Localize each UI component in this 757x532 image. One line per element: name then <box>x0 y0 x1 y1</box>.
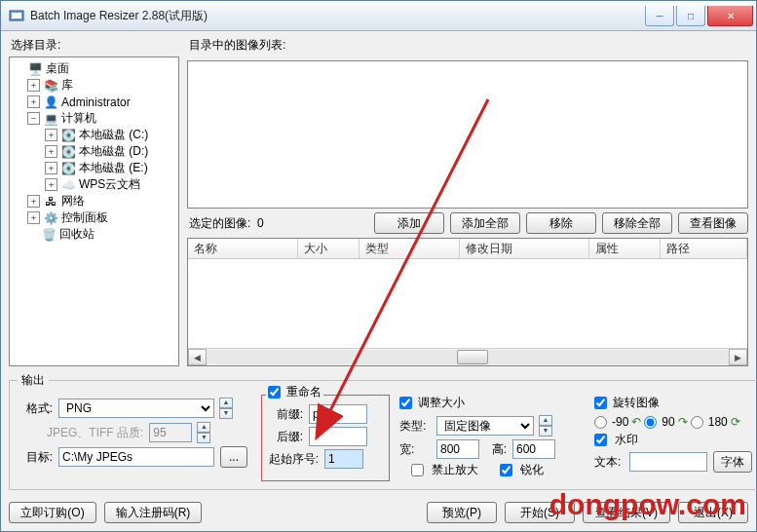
enter-regcode-button[interactable]: 输入注册码(R) <box>104 502 202 523</box>
prefix-input[interactable] <box>309 404 367 424</box>
image-list-label: 目录中的图像列表: <box>189 37 748 54</box>
tree-drive-e[interactable]: 本地磁盘 (E:) <box>79 160 148 176</box>
quality-label: JPEG、TIFF 品质: <box>47 425 143 441</box>
suffix-input[interactable] <box>309 427 367 446</box>
rotate-180-icon: ⟳ <box>731 415 740 429</box>
watermark-label: 水印 <box>615 432 638 448</box>
expand-icon[interactable]: + <box>27 79 40 92</box>
rotate-180-radio[interactable] <box>691 416 703 429</box>
watermark-checkbox[interactable] <box>594 434 607 446</box>
quality-spinner: ▲▼ <box>197 422 210 443</box>
noupscale-checkbox[interactable] <box>411 464 424 476</box>
select-directory-label: 选择目录: <box>11 37 179 54</box>
rename-group: 重命名 前缀: 后缀: 起始序号: <box>261 395 390 481</box>
sharpen-label: 锐化 <box>520 462 544 478</box>
expand-icon[interactable]: + <box>27 95 40 108</box>
prefix-label: 前缀: <box>268 406 303 423</box>
resize-group: 调整大小 类型: 固定图像 ▲▼ 宽: 高: <box>399 395 585 481</box>
tree-recycle[interactable]: 回收站 <box>59 226 95 243</box>
expand-icon[interactable]: + <box>45 145 57 158</box>
resize-type-select[interactable]: 固定图像 <box>436 416 534 436</box>
expand-icon[interactable]: + <box>45 129 57 141</box>
preview-button[interactable]: 预览(P) <box>427 502 497 523</box>
directory-tree[interactable]: 🖥️桌面 +📚库 +👤Administrator −💻计算机 +💽本地磁盘 (C… <box>9 57 179 366</box>
rename-checkbox[interactable] <box>268 386 281 399</box>
close-button[interactable]: ✕ <box>707 6 753 26</box>
format-select[interactable]: PNG <box>58 399 214 418</box>
selected-images-table[interactable]: 名称 大小 类型 修改日期 属性 路径 ◀ ▶ <box>187 238 748 366</box>
rotate-header: 旋转图像 <box>613 395 660 411</box>
sharpen-checkbox[interactable] <box>500 464 512 476</box>
maximize-button[interactable]: □ <box>676 6 705 26</box>
controlpanel-icon: ⚙️ <box>43 210 58 226</box>
width-label: 宽: <box>399 441 431 458</box>
drive-icon: 💽 <box>60 128 76 143</box>
scroll-thumb[interactable] <box>457 350 488 364</box>
collapse-icon[interactable]: − <box>27 112 40 125</box>
output-group: 输出 格式: PNG ▲▼ JPEG、TIFF 品质: ▲▼ 目标: <box>9 372 757 490</box>
target-input[interactable] <box>58 447 214 467</box>
expand-icon[interactable]: + <box>27 195 40 208</box>
tree-wps[interactable]: WPS云文档 <box>79 176 140 193</box>
recycle-icon: 🗑️ <box>41 227 57 243</box>
drive-icon: 💽 <box>60 144 76 160</box>
remove-all-button[interactable]: 移除全部 <box>602 212 672 234</box>
tree-user[interactable]: Administrator <box>61 95 131 109</box>
tree-controlpanel[interactable]: 控制面板 <box>61 209 108 226</box>
output-legend: 输出 <box>18 372 49 389</box>
desktop-icon: 🖥️ <box>27 61 43 77</box>
col-name[interactable]: 名称 <box>188 239 298 258</box>
remove-button[interactable]: 移除 <box>526 212 596 234</box>
add-all-button[interactable]: 添加全部 <box>450 212 520 234</box>
font-button[interactable]: 字体 <box>713 451 752 473</box>
width-input[interactable] <box>436 439 479 459</box>
quality-input <box>149 423 192 442</box>
noupscale-label: 禁止放大 <box>432 462 478 478</box>
expand-icon[interactable]: + <box>45 178 57 191</box>
browse-button[interactable]: ... <box>220 446 247 468</box>
resize-header: 调整大小 <box>418 395 465 411</box>
tree-desktop[interactable]: 桌面 <box>46 60 69 77</box>
expand-icon[interactable]: + <box>27 211 40 224</box>
height-input[interactable] <box>512 439 555 459</box>
minimize-button[interactable]: ─ <box>645 6 674 26</box>
tree-drive-d[interactable]: 本地磁盘 (D:) <box>79 143 148 160</box>
startnum-input[interactable] <box>324 449 363 469</box>
type-label: 类型: <box>399 418 431 435</box>
resize-checkbox[interactable] <box>399 397 412 409</box>
tree-computer[interactable]: 计算机 <box>61 110 96 127</box>
col-modified[interactable]: 修改日期 <box>460 239 589 258</box>
col-attr[interactable]: 属性 <box>589 239 661 258</box>
view-image-button[interactable]: 查看图像 <box>678 212 748 234</box>
text-label: 文本: <box>594 454 624 471</box>
scroll-left-icon[interactable]: ◀ <box>188 349 207 365</box>
resize-type-spinner[interactable]: ▲▼ <box>539 415 552 437</box>
image-list-panel[interactable] <box>187 60 748 209</box>
height-label: 高: <box>485 441 507 458</box>
order-now-button[interactable]: 立即订购(O) <box>9 502 96 523</box>
rename-header: 重命名 <box>286 384 322 400</box>
scroll-right-icon[interactable]: ▶ <box>729 349 747 365</box>
tree-network[interactable]: 网络 <box>61 193 85 209</box>
rotate-m90-radio[interactable] <box>594 416 607 429</box>
network-icon: 🖧 <box>43 194 58 209</box>
page-watermark: dongpow.com <box>549 488 746 521</box>
watermark-text-input[interactable] <box>629 452 707 472</box>
horizontal-scrollbar[interactable]: ◀ ▶ <box>188 348 747 365</box>
tree-libraries[interactable]: 库 <box>61 77 73 94</box>
rotate-checkbox[interactable] <box>594 397 607 409</box>
rotate-ccw-icon: ↶ <box>631 415 641 429</box>
drive-icon: 💽 <box>60 161 76 176</box>
window-title: Batch Image Resizer 2.88(试用版) <box>30 8 643 24</box>
expand-icon[interactable]: + <box>45 162 57 174</box>
col-path[interactable]: 路径 <box>661 239 747 258</box>
format-spinner[interactable]: ▲▼ <box>219 398 233 419</box>
startnum-label: 起始序号: <box>268 451 319 468</box>
add-button[interactable]: 添加 <box>374 212 444 234</box>
table-body <box>188 259 747 348</box>
tree-drive-c[interactable]: 本地磁盘 (C:) <box>79 127 148 143</box>
col-size[interactable]: 大小 <box>298 239 360 258</box>
col-type[interactable]: 类型 <box>360 239 460 258</box>
titlebar: Batch Image Resizer 2.88(试用版) ─ □ ✕ <box>1 1 756 31</box>
rotate-90-radio[interactable] <box>644 416 657 429</box>
